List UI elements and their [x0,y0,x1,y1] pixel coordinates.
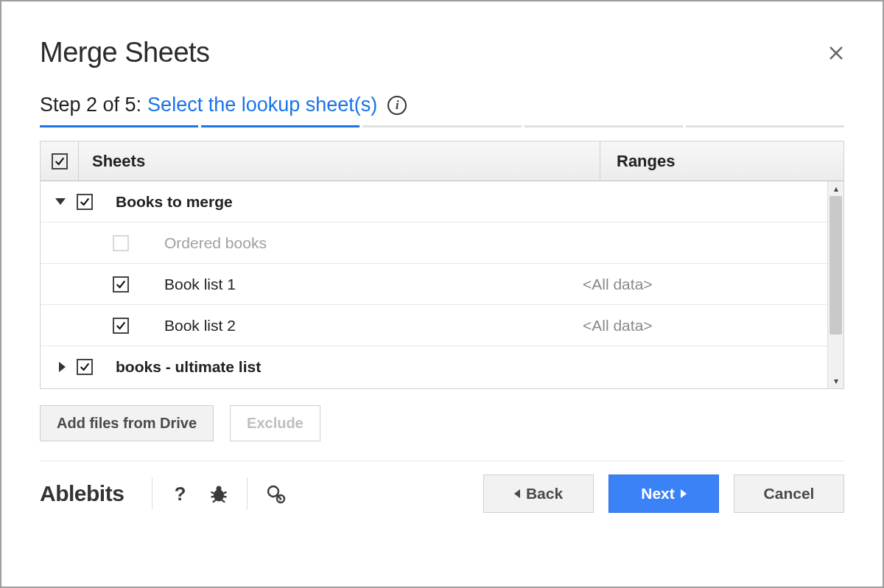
step-prefix: Step 2 of 5: [40,94,141,116]
chevron-left-icon [514,489,520,498]
progress-seg-1 [40,125,198,127]
sheet-row-book-list-1[interactable]: Book list 1 <All data> [41,264,843,305]
cancel-button[interactable]: Cancel [734,475,844,513]
sheet-name: Ordered books [141,234,583,252]
svg-point-2 [217,486,222,491]
group-checkbox[interactable] [77,359,93,375]
step-title: Select the lookup sheet(s) [147,94,377,116]
dialog-title: Merge Sheets [40,37,210,69]
sheet-row-ordered-books[interactable]: Ordered books [41,223,843,264]
help-icon[interactable]: ? [161,483,200,504]
cancel-button-label: Cancel [764,485,815,503]
table-header: Sheets Ranges [41,141,843,181]
close-icon[interactable] [828,45,844,61]
add-files-from-drive-button[interactable]: Add files from Drive [40,405,214,441]
chevron-right-icon [681,489,687,498]
info-icon[interactable] [387,96,407,115]
scroll-thumb[interactable] [829,196,842,335]
group-name: Books to merge [104,193,583,211]
progress-seg-3 [362,125,521,127]
svg-point-3 [268,486,278,497]
vertical-scrollbar[interactable]: ▴ ▾ [827,181,843,388]
sheet-name: Book list 1 [141,276,583,293]
caret-down-icon[interactable] [55,198,66,205]
sheet-range[interactable]: <All data> [583,276,826,293]
back-button-label: Back [526,485,563,503]
table-body: Books to merge Ordered books Book list 1… [41,181,843,389]
step-heading: Step 2 of 5: Select the lookup sheet(s) [40,94,844,116]
caret-right-icon[interactable] [59,362,66,372]
bug-icon[interactable] [200,483,238,504]
progress-seg-5 [686,125,844,127]
exclude-button[interactable]: Exclude [230,405,320,441]
svg-text:?: ? [175,483,186,504]
sheet-checkbox[interactable] [113,235,129,251]
footer-divider [40,461,844,461]
scroll-up-icon[interactable]: ▴ [828,181,843,196]
sheet-range[interactable]: <All data> [583,317,826,335]
sheet-row-book-list-2[interactable]: Book list 2 <All data> [41,305,843,346]
search-info-icon[interactable]: i [256,483,295,504]
group-books-ultimate-list[interactable]: books - ultimate list [41,346,843,388]
step-progress [40,125,844,127]
back-button[interactable]: Back [483,475,594,513]
select-all-checkbox[interactable] [52,153,68,169]
brand-logo: Ablebits [40,481,143,506]
next-button[interactable]: Next [608,475,719,513]
progress-seg-2 [201,125,359,127]
next-button-label: Next [641,485,675,503]
svg-text:i: i [279,496,281,503]
column-header-sheets[interactable]: Sheets [79,141,600,181]
group-name: books - ultimate list [104,358,583,376]
sheets-table: Sheets Ranges Books to merge Ordered boo… [40,141,844,389]
scroll-down-icon[interactable]: ▾ [828,374,843,388]
group-checkbox[interactable] [77,194,93,210]
sheet-checkbox[interactable] [113,318,129,334]
sheet-name: Book list 2 [141,317,583,335]
sheet-checkbox[interactable] [113,276,129,293]
progress-seg-4 [525,125,683,127]
group-books-to-merge[interactable]: Books to merge [41,181,843,223]
column-header-ranges[interactable]: Ranges [600,141,843,181]
